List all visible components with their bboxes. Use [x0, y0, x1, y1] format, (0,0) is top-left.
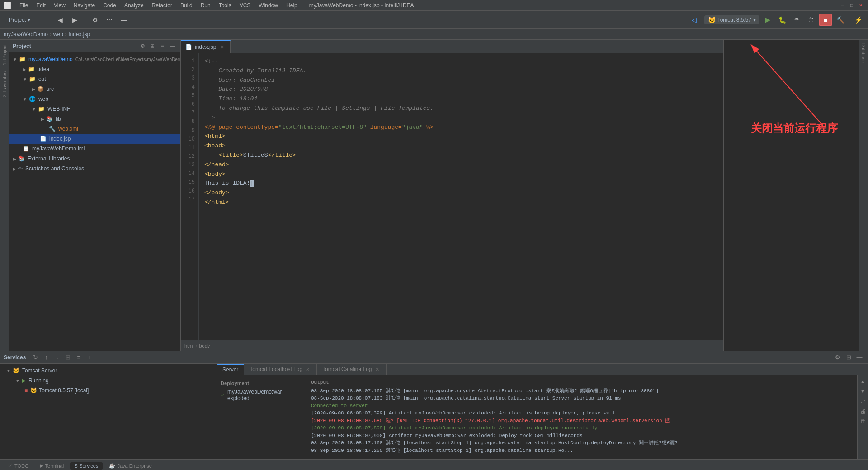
filter-services-button[interactable]: ≡	[74, 352, 84, 362]
soft-wrap-button[interactable]: ⇌	[859, 397, 868, 406]
back-button[interactable]: ◀	[54, 14, 66, 26]
project-dropdown[interactable]: Project ▾	[5, 16, 46, 24]
tree-item-root[interactable]: ▼ 📁 myJavaWebDemo C:\Users\CaoChenLei\Id…	[9, 54, 180, 64]
tree-item-out[interactable]: ▼ 📁 out	[9, 74, 180, 84]
more-button[interactable]: ⋯	[103, 14, 116, 26]
minimize-panel-button[interactable]: —	[118, 14, 130, 26]
coverage-button[interactable]: ☂	[790, 14, 803, 26]
editor-area: 📄 index.jsp ✕ 12345 678910 1112131415 16…	[181, 40, 723, 351]
profile-button[interactable]: ⏱	[805, 14, 817, 26]
bnav-todo[interactable]: ☑ TODO	[4, 462, 33, 470]
menu-code[interactable]: Code	[99, 1, 120, 9]
tab-server[interactable]: Server	[217, 364, 244, 375]
add-service-button[interactable]: +	[85, 352, 94, 362]
build-button[interactable]: 🔨	[834, 14, 846, 26]
menu-view[interactable]: View	[50, 1, 69, 9]
breadcrumb-bar: myJavaWebDemo › web › index.jsp	[0, 29, 868, 40]
tree-item-indexjsp[interactable]: 📄 index.jsp	[9, 134, 180, 144]
bnav-services[interactable]: $ Services	[70, 462, 103, 470]
menu-build[interactable]: Build	[177, 1, 196, 9]
database-tab[interactable]: Database	[859, 40, 867, 66]
main-layout: 1: Project 2: Favorites Project ⚙ ⊞ ≡ — …	[0, 40, 868, 351]
search-everywhere-button[interactable]: ⚡	[852, 14, 864, 26]
deployment-title: Deployment	[221, 379, 303, 387]
services-tree-item-running[interactable]: ▼ ▶ Running	[0, 376, 217, 385]
breadcrumb-file[interactable]: index.jsp	[69, 31, 90, 38]
collapse-icon[interactable]: —	[168, 42, 177, 51]
scroll-up-button[interactable]: ▲	[859, 377, 868, 386]
close-button[interactable]: ✕	[857, 2, 864, 9]
menu-tools[interactable]: Tools	[215, 1, 235, 9]
localhost-log-close-button[interactable]: ✕	[304, 366, 311, 373]
settings-button[interactable]: ⚙	[89, 14, 101, 26]
breadcrumb-project[interactable]: myJavaWebDemo	[4, 31, 48, 38]
filter-icon[interactable]: ≡	[158, 42, 167, 51]
menu-run[interactable]: Run	[197, 1, 214, 9]
tree-label-src: src	[47, 86, 54, 92]
tree-item-src[interactable]: ▶ 📦 src	[9, 84, 180, 94]
nav-back-button[interactable]: ◁	[688, 14, 701, 26]
tree-item-iml[interactable]: 📋 myJavaWebDemo.iml	[9, 144, 180, 154]
favorites-tab[interactable]: 2: Favorites	[0, 69, 9, 100]
settings-services-button[interactable]: ⚙	[833, 352, 843, 362]
run-configuration-dropdown[interactable]: 🐱 Tomcat 8.5.57 ▾	[704, 15, 760, 24]
stop-button[interactable]: ■	[819, 14, 832, 26]
refresh-button[interactable]: ↻	[30, 352, 40, 362]
services-tree-item-tomcat-instance[interactable]: ■ 🐱 Tomcat 8.5.57 [local]	[0, 385, 217, 395]
tree-item-web[interactable]: ▼ 🌐 web	[9, 94, 180, 104]
clear-log-button[interactable]: 🗑	[859, 417, 868, 426]
menu-edit[interactable]: Edit	[33, 1, 49, 9]
menu-bar-left: ⬜ File Edit View Navigate Code Analyze R…	[4, 1, 414, 9]
gear-icon[interactable]: ⚙	[138, 42, 147, 51]
forward-button[interactable]: ▶	[68, 14, 81, 26]
deployment-item-war[interactable]: ✓ myJavaWebDemo:war exploded	[221, 387, 303, 403]
up-button[interactable]: ↑	[41, 352, 51, 362]
services-right-pane: Server Tomcat Localhost Log ✕ Tomcat Cat…	[217, 364, 868, 459]
run-button[interactable]: ▶	[761, 14, 774, 26]
down-button[interactable]: ↓	[52, 352, 62, 362]
menu-refactor[interactable]: Refactor	[148, 1, 176, 9]
run-config-name: Tomcat 8.5.57	[717, 17, 751, 23]
tree-item-extlibs[interactable]: ▶ 📚 External Libraries	[9, 154, 180, 164]
expand-services-button[interactable]: ⊞	[844, 352, 854, 362]
tree-item-idea[interactable]: ▶ 📁 .idea	[9, 64, 180, 74]
chevron-tomcat-icon: ▼	[6, 368, 11, 373]
tab-catalina-log[interactable]: Tomcat Catalina Log ✕	[317, 364, 386, 375]
tab-indexjsp[interactable]: 📄 index.jsp ✕	[181, 40, 231, 53]
project-tab[interactable]: 1: Project	[0, 42, 9, 68]
tab-close-button[interactable]: ✕	[219, 44, 226, 51]
code-editor[interactable]: 12345 678910 1112131415 1617 <!-- Create…	[181, 53, 723, 340]
menu-help[interactable]: Help	[283, 1, 301, 9]
tree-item-webxml[interactable]: 🔧 web.xml	[9, 124, 180, 134]
group-button[interactable]: ⊞	[63, 352, 73, 362]
catalina-log-close-button[interactable]: ✕	[374, 366, 381, 373]
tree-item-scratches[interactable]: ▶ ✏ Scratches and Consoles	[9, 164, 180, 174]
bnav-javaee[interactable]: ☕ Java Enterprise	[104, 462, 156, 470]
expand-icon[interactable]: ⊞	[148, 42, 157, 51]
app-icon: ⬜	[4, 2, 11, 9]
services-tree-item-tomcat[interactable]: ▼ 🐱 Tomcat Server	[0, 366, 217, 376]
maximize-button[interactable]: □	[848, 2, 855, 9]
breadcrumb-web[interactable]: web	[53, 31, 63, 38]
tree-item-webinf[interactable]: ▼ 📁 WEB-INF	[9, 104, 180, 114]
editor-crumb-body[interactable]: body	[199, 343, 210, 348]
tree-label-lib: lib	[56, 116, 61, 122]
tree-item-lib[interactable]: ▶ 📚 lib	[9, 114, 180, 124]
scroll-down-button[interactable]: ▼	[859, 387, 868, 396]
debug-button[interactable]: 🐛	[776, 14, 788, 26]
menu-file[interactable]: File	[16, 1, 32, 9]
tree-label-iml: myJavaWebDemo.iml	[32, 146, 85, 152]
menu-vcs[interactable]: VCS	[236, 1, 255, 9]
menu-window[interactable]: Window	[255, 1, 282, 9]
menu-analyze[interactable]: Analyze	[121, 1, 147, 9]
chevron-right-5-icon: ▶	[13, 166, 16, 171]
collapse-services-button[interactable]: —	[854, 352, 864, 362]
code-content[interactable]: <!-- Created by IntelliJ IDEA. User: Cao…	[199, 53, 723, 340]
editor-statusbar: html › body	[181, 340, 723, 351]
editor-crumb-html[interactable]: html	[184, 343, 194, 348]
print-button[interactable]: 🖨	[859, 407, 868, 416]
minimize-button[interactable]: ─	[839, 2, 846, 9]
menu-navigate[interactable]: Navigate	[70, 1, 99, 9]
tab-localhost-log[interactable]: Tomcat Localhost Log ✕	[244, 364, 317, 375]
bnav-terminal[interactable]: ▶ Terminal	[35, 462, 69, 470]
